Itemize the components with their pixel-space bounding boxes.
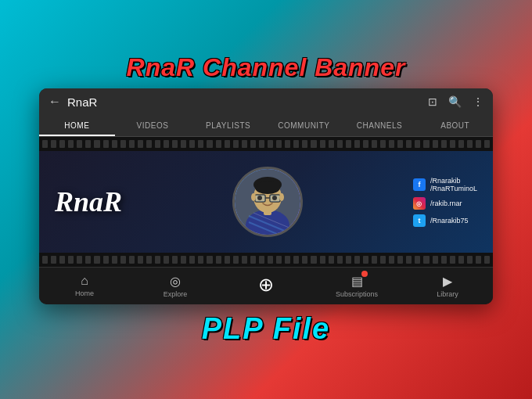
home-label: Home	[75, 289, 94, 297]
film-strip-top	[39, 137, 493, 151]
bottom-nav-library[interactable]: ▶ Library	[402, 268, 493, 304]
social-facebook: f /Rnarakib /RnaRTuminoL	[413, 177, 477, 192]
tab-videos[interactable]: VIDEOS	[115, 115, 191, 136]
avatar	[232, 167, 303, 237]
explore-label: Explore	[164, 290, 188, 298]
top-icons-group: ⊡ 🔍 ⋮	[428, 95, 483, 108]
tab-about[interactable]: ABOUT	[417, 115, 493, 136]
library-icon: ▶	[443, 274, 452, 289]
bottom-nav-explore[interactable]: ◎ Explore	[130, 268, 221, 304]
twitter-icon: t	[413, 214, 426, 227]
library-label: Library	[437, 290, 458, 298]
subscriptions-label: Subscriptions	[336, 290, 378, 298]
social-twitter: t /Rnarakib75	[413, 214, 477, 227]
cast-icon[interactable]: ⊡	[428, 95, 437, 108]
film-strip-bottom	[39, 253, 493, 267]
social-links: f /Rnarakib /RnaRTuminoL ◎ /rakib.rnar t…	[413, 177, 477, 227]
phone-mockup: ← RnaR ⊡ 🔍 ⋮ HOME VIDEOS PLAYLISTS COMMU…	[39, 88, 493, 304]
svg-point-16	[251, 193, 256, 201]
svg-point-17	[279, 193, 284, 201]
channel-banner: RnaR	[39, 151, 493, 253]
title-top: RnaR Channel Banner	[127, 53, 406, 82]
subscriptions-icon: ▤	[351, 274, 363, 289]
instagram-icon: ◎	[413, 197, 426, 210]
twitter-handle: /Rnarakib75	[430, 217, 469, 225]
tab-community[interactable]: COMMUNITY	[266, 115, 342, 136]
add-icon: ⊕	[258, 274, 274, 296]
subscription-badge	[361, 271, 368, 277]
bottom-nav-add[interactable]: ⊕	[221, 268, 311, 304]
title-bottom: PLP File	[202, 312, 331, 346]
top-bar: ← RnaR ⊡ 🔍 ⋮	[39, 88, 493, 115]
channel-logo-text: RnaR	[55, 185, 122, 218]
back-arrow-icon[interactable]: ←	[49, 95, 61, 109]
explore-icon: ◎	[170, 274, 181, 289]
more-icon[interactable]: ⋮	[473, 95, 483, 108]
tab-playlists[interactable]: PLAYLISTS	[190, 115, 266, 136]
bottom-nav-subscriptions[interactable]: ▤ Subscriptions	[311, 268, 402, 304]
facebook-line1: /Rnarakib	[430, 177, 477, 185]
tab-channels[interactable]: CHANNELS	[342, 115, 418, 136]
search-icon[interactable]: 🔍	[448, 95, 462, 108]
tab-home[interactable]: HOME	[39, 115, 115, 136]
svg-point-14	[257, 196, 262, 200]
social-instagram: ◎ /rakib.rnar	[413, 197, 477, 210]
home-icon: ⌂	[81, 274, 88, 288]
svg-point-15	[272, 196, 277, 200]
channel-name-header: RnaR	[67, 95, 422, 109]
bottom-nav-home[interactable]: ⌂ Home	[39, 268, 130, 304]
facebook-line2: /RnaRTuminoL	[430, 185, 477, 192]
facebook-icon: f	[413, 178, 426, 191]
bottom-nav: ⌂ Home ◎ Explore ⊕ ▤ Subscriptions ▶ Lib…	[39, 267, 493, 304]
svg-point-8	[255, 182, 280, 194]
nav-tabs: HOME VIDEOS PLAYLISTS COMMUNITY CHANNELS…	[39, 115, 493, 137]
instagram-handle: /rakib.rnar	[430, 200, 462, 207]
